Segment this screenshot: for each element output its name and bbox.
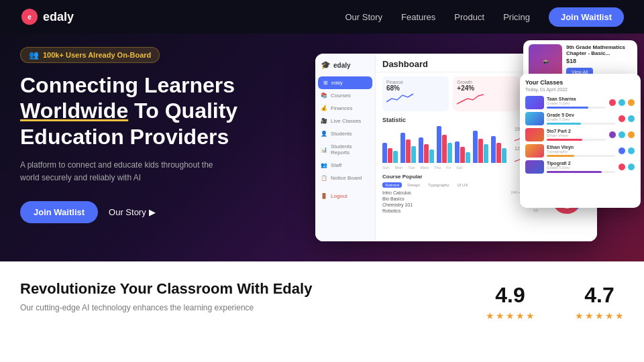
badge-text: 100k+ Users Already On-Board bbox=[43, 51, 151, 59]
sidebar-item-logout[interactable]: 🚪 Logout bbox=[315, 190, 375, 202]
your-classes-title: Your Classes bbox=[525, 79, 635, 86]
hero-title-line3: To Quality bbox=[128, 99, 237, 123]
chart-label-sat: Sat bbox=[456, 166, 462, 170]
nav-our-story[interactable]: Our Story bbox=[345, 12, 382, 22]
bar-group-4 bbox=[437, 126, 452, 163]
sidebar-item-staff[interactable]: 👥 Staff bbox=[315, 159, 375, 172]
class-list: Taan Sharma Grade 5 Dev Grade 5 Dev Grad… bbox=[525, 96, 635, 174]
hero-title: Connecting Learners Worldwide To Quality… bbox=[20, 72, 268, 149]
sidebar-item-dashboard[interactable]: ⊞ edaly bbox=[318, 76, 372, 89]
secondary-card-price: $18 bbox=[566, 58, 632, 64]
course-row-1: Intro Calculus 240 • Released bbox=[382, 190, 538, 195]
sidebar-item-courses[interactable]: 📚 Courses bbox=[315, 89, 375, 102]
sidebar-logo-text: edaly bbox=[333, 62, 351, 69]
chart-label-tue: Tue bbox=[408, 166, 415, 170]
star-1-4: ★ bbox=[516, 310, 525, 321]
hero-title-line1: Connecting Learners bbox=[20, 73, 235, 97]
bar-group-7 bbox=[491, 136, 506, 163]
star-1-5: ★ bbox=[526, 310, 535, 321]
hero-left: 👥 100k+ Users Already On-Board Connectin… bbox=[20, 47, 268, 223]
finance-card-main: Finance 68% bbox=[382, 76, 449, 111]
progress-bar-2 bbox=[547, 123, 615, 125]
popular-tab-uiux[interactable]: UI UX bbox=[454, 182, 470, 188]
popular-title: Course Popular bbox=[382, 174, 538, 180]
star-2-5: ★ bbox=[615, 310, 624, 321]
logo-icon: e bbox=[20, 7, 39, 26]
svg-text:e: e bbox=[28, 13, 32, 21]
finances-icon: 💰 bbox=[321, 105, 327, 111]
sidebar-item-notice[interactable]: 📋 Notice Board bbox=[315, 172, 375, 184]
course-row-3: Chemistry 101 310 bbox=[382, 202, 538, 207]
navbar: e edaly Our Story Features Product Prici… bbox=[0, 0, 644, 34]
bottom-section: Revolutionize Your Classroom With Edaly … bbox=[0, 261, 644, 362]
finance-value: 68% bbox=[386, 84, 445, 92]
growth-sparkline bbox=[457, 92, 484, 105]
chart-label-sun: Sun bbox=[382, 166, 390, 170]
hero-title-line4: Education Providers bbox=[20, 125, 229, 149]
nav-features[interactable]: Features bbox=[401, 12, 435, 22]
class-row-4: Ethan Vleyn Typography bbox=[525, 144, 635, 158]
sidebar-logo-icon: 🎓 bbox=[321, 60, 331, 70]
stars-1: ★ ★ ★ ★ ★ bbox=[486, 310, 535, 321]
bar-group-3 bbox=[419, 137, 434, 163]
progress-bar-3 bbox=[547, 139, 606, 141]
nav-pricing[interactable]: Pricing bbox=[503, 12, 530, 22]
sidebar-item-students[interactable]: 👤 Students bbox=[315, 127, 375, 140]
popular-tab-science[interactable]: Science bbox=[382, 182, 402, 188]
logout-icon: 🚪 bbox=[321, 193, 327, 199]
badge-icon: 👥 bbox=[29, 50, 39, 60]
class-row-5: Tipografi 2 Grade 5 Dev bbox=[525, 160, 635, 174]
nav-product[interactable]: Product bbox=[454, 12, 484, 22]
chart-label-thu: Thu bbox=[434, 166, 441, 170]
class-thumb-4 bbox=[525, 144, 544, 158]
bar-group-2 bbox=[400, 133, 416, 163]
sidebar-item-finances[interactable]: 💰 Finances bbox=[315, 102, 375, 115]
live-icon: 🎥 bbox=[321, 118, 327, 124]
course-row-2: Bio Basics 180 bbox=[382, 196, 538, 201]
hero-title-line2: Worldwide bbox=[20, 99, 128, 123]
dashboard-title: Dashboard bbox=[382, 59, 428, 69]
class-row-3: 5to7 Part 2 Ethan Vleyn bbox=[525, 128, 635, 141]
bottom-description: Our cutting-edge AI technology enhances … bbox=[20, 303, 275, 312]
rating-block-1: 4.9 ★ ★ ★ ★ ★ bbox=[486, 283, 535, 321]
logo-text: edaly bbox=[43, 10, 74, 24]
star-2-3: ★ bbox=[595, 310, 604, 321]
progress-bar-4 bbox=[547, 155, 615, 157]
finance-sparkline bbox=[386, 92, 413, 105]
secondary-card-info: 9th Grade Mathematics Chapter - Basic...… bbox=[566, 44, 632, 78]
your-classes-subtitle: Today, 01 April 2022 bbox=[525, 87, 635, 92]
sidebar-item-live-classes[interactable]: 🎥 Live Classes bbox=[315, 115, 375, 127]
sidebar-logo: 🎓 edaly bbox=[315, 60, 375, 76]
popular-tab-typography[interactable]: Typography bbox=[425, 182, 451, 188]
chart-label-wed: Wed bbox=[420, 166, 428, 170]
dashboard-icon: ⊞ bbox=[323, 80, 328, 86]
hero-badge: 👥 100k+ Users Already On-Board bbox=[20, 47, 160, 63]
nav-links: Our Story Features Product Pricing Join … bbox=[345, 7, 624, 27]
your-classes-card: Your Classes Today, 01 April 2022 Taan S… bbox=[520, 74, 641, 208]
class-thumb-1 bbox=[525, 96, 544, 109]
popular-tab-design[interactable]: Design bbox=[405, 182, 423, 188]
sidebar-item-reports[interactable]: 📊 Students Reports bbox=[315, 140, 375, 159]
hero-actions: Join Waitlist Our Story ▶ bbox=[20, 201, 268, 223]
hero-join-button[interactable]: Join Waitlist bbox=[20, 201, 98, 223]
hero-description: A platform to connect and educate kids t… bbox=[20, 159, 221, 184]
bottom-left: Revolutionize Your Classroom With Edaly … bbox=[20, 280, 486, 312]
bar-group-6 bbox=[473, 131, 488, 163]
secondary-card-title: 9th Grade Mathematics Chapter - Basic... bbox=[566, 44, 632, 56]
chart-label-mon: Mon bbox=[395, 166, 403, 170]
bottom-right: 4.9 ★ ★ ★ ★ ★ 4.7 ★ ★ ★ ★ ★ bbox=[486, 280, 624, 321]
finance-label: Finance bbox=[386, 80, 445, 84]
students-icon: 👤 bbox=[321, 131, 327, 137]
dashboard-sidebar: 🎓 edaly ⊞ edaly 📚 Courses 💰 Finances 🎥 L… bbox=[315, 54, 376, 241]
popular-section: Course Popular Science Design Typography… bbox=[382, 174, 538, 216]
join-waitlist-button[interactable]: Join Waitlist bbox=[549, 7, 624, 27]
bottom-title: Revolutionize Your Classroom With Edaly bbox=[20, 280, 486, 298]
progress-bar-1 bbox=[547, 107, 606, 109]
notice-icon: 📋 bbox=[321, 175, 327, 181]
hero-story-button[interactable]: Our Story ▶ bbox=[109, 207, 156, 217]
class-thumb-3 bbox=[525, 128, 544, 141]
secondary-card-top: 📸 9th Grade Mathematics Chapter - Basic.… bbox=[529, 44, 632, 78]
popular-tabs: Science Design Typography UI UX bbox=[382, 182, 538, 188]
reports-icon: 📊 bbox=[321, 147, 327, 153]
rating-value-1: 4.9 bbox=[495, 283, 525, 308]
